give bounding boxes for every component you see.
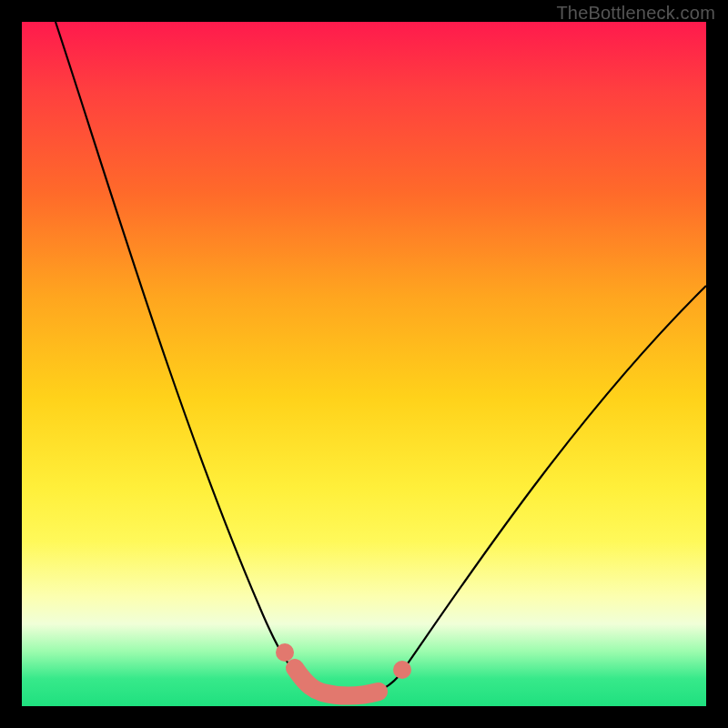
highlight-dot-right (393, 661, 411, 679)
chart-frame: TheBottleneck.com (0, 0, 728, 728)
attribution-label: TheBottleneck.com (556, 3, 715, 24)
chart-svg (22, 22, 706, 706)
highlight-seg-bottom (322, 692, 379, 696)
highlight-dot-left (276, 643, 294, 662)
plot-area (22, 22, 706, 706)
bottleneck-curve (56, 22, 706, 695)
